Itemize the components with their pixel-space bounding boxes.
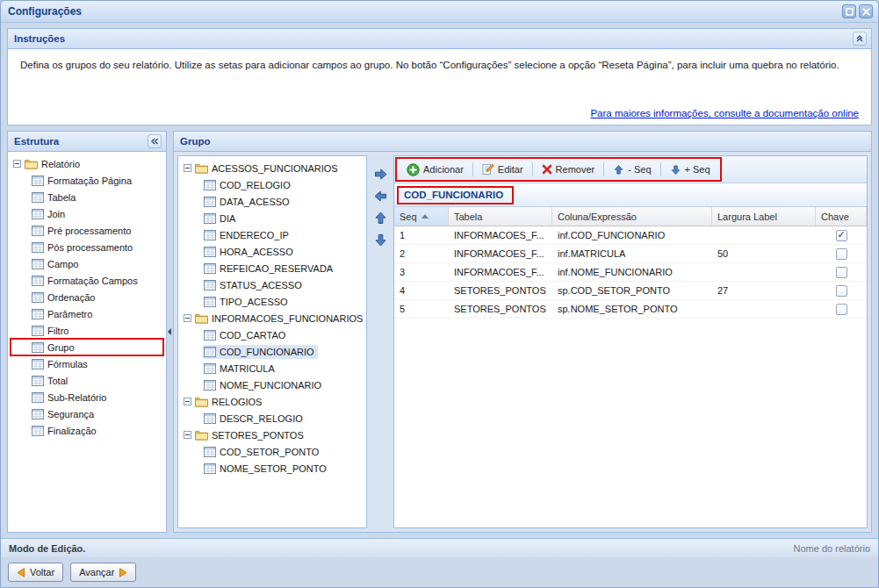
estrutura-tree-item[interactable]: Formatação Página: [11, 172, 163, 189]
field-tree-item[interactable]: DESCR_RELOGIO: [181, 410, 364, 427]
window-titlebar[interactable]: Configurações: [1, 1, 878, 23]
close-button[interactable]: [859, 4, 873, 18]
estrutura-tree-item[interactable]: Pré processamento: [11, 222, 163, 239]
tree-item-label: DESCR_RELOGIO: [220, 413, 303, 424]
adicionar-button[interactable]: Adicionar: [402, 161, 468, 178]
footer-bar: Voltar Avançar: [1, 557, 878, 587]
panel-splitter[interactable]: [167, 131, 173, 533]
column-header-4[interactable]: Chave: [816, 207, 867, 226]
estrutura-root-item[interactable]: Relatório: [11, 155, 163, 172]
table-cell: INFORMACOES_F...: [449, 267, 552, 277]
table-cell: inf.NOME_FUNCIONARIO: [552, 267, 712, 277]
table-icon: [204, 412, 216, 425]
estrutura-tree-item[interactable]: Fórmulas: [11, 355, 163, 372]
tree-item-label: MATRICULA: [220, 363, 275, 374]
avancar-button[interactable]: Avançar: [70, 563, 136, 582]
field-folder-item[interactable]: INFORMACOES_FUNCIONARIOS: [181, 310, 364, 326]
tree-item-label: COD_FUNCIONARIO: [220, 347, 314, 357]
seq-minus-button[interactable]: - Seq: [609, 162, 655, 177]
estrutura-tree-item[interactable]: Pós processamento: [11, 239, 163, 255]
chave-checkbox[interactable]: [836, 285, 847, 297]
estrutura-tree-item[interactable]: Segurança: [11, 405, 163, 422]
table-cell: 5: [394, 304, 449, 314]
field-tree-item[interactable]: REFEICAO_RESERVADA: [181, 260, 364, 276]
field-tree-item[interactable]: COD_FUNCIONARIO: [181, 343, 364, 360]
field-tree-item[interactable]: HORA_ACESSO: [181, 243, 364, 260]
field-tree-item[interactable]: COD_SETOR_PONTO: [181, 443, 364, 460]
maximize-button[interactable]: [842, 4, 856, 18]
column-header-3[interactable]: Largura Label: [712, 207, 816, 226]
table-icon: [32, 275, 44, 287]
move-left-button[interactable]: [372, 188, 389, 204]
folder-icon: [195, 429, 208, 441]
estrutura-tree-item[interactable]: Finalização: [11, 422, 163, 439]
table-icon: [32, 191, 44, 204]
move-down-button[interactable]: [372, 232, 389, 248]
editar-button[interactable]: Editar: [478, 161, 528, 177]
column-header-1[interactable]: Tabela: [449, 207, 552, 226]
arrow-down-icon: [373, 233, 388, 247]
collapse-instructions-button[interactable]: [853, 32, 867, 46]
table-row[interactable]: 4SETORES_PONTOSsp.COD_SETOR_PONTO27: [394, 282, 867, 300]
field-tree-item[interactable]: NOME_SETOR_PONTO: [181, 460, 364, 477]
field-tree-item[interactable]: ENDERECO_IP: [181, 226, 364, 243]
table-row[interactable]: 3INFORMACOES_F...inf.NOME_FUNCIONARIO: [394, 263, 867, 282]
chave-checkbox[interactable]: [836, 230, 847, 241]
tree-node: Pré processamento: [31, 224, 134, 238]
column-header-0[interactable]: Seq: [394, 207, 449, 226]
status-mode-text: Modo de Edição.: [9, 543, 85, 554]
estrutura-tree-item[interactable]: Tabela: [11, 189, 163, 205]
field-tree-item[interactable]: DATA_ACESSO: [181, 193, 364, 210]
table-row[interactable]: 2INFORMACOES_F...inf.MATRICULA50: [394, 245, 867, 263]
chave-checkbox[interactable]: [836, 248, 847, 260]
field-tree-item[interactable]: STATUS_ACESSO: [181, 276, 364, 293]
estrutura-tree-item[interactable]: Filtro: [11, 322, 163, 339]
seq-plus-button[interactable]: + Seq: [666, 162, 715, 177]
field-tree-item[interactable]: MATRICULA: [181, 360, 364, 376]
arrow-left-orange-icon: [17, 568, 25, 577]
collapse-sidebar-button[interactable]: [148, 134, 162, 148]
tree-item-label: Filtro: [47, 326, 68, 336]
detail-toolbar: Adicionar Editar Remover - Seq + Seq: [394, 156, 867, 183]
tree-item-label: Formatação Página: [47, 176, 132, 186]
voltar-button[interactable]: Voltar: [8, 563, 63, 582]
table-icon: [204, 179, 216, 191]
tree-node: Parâmetro: [31, 307, 96, 321]
field-tree-item[interactable]: DIA: [181, 210, 364, 226]
table-row[interactable]: 1INFORMACOES_F...inf.COD_FUNCIONARIO: [394, 226, 867, 245]
remover-button[interactable]: Remover: [537, 162, 600, 176]
move-right-button[interactable]: [372, 166, 389, 183]
table-icon: [204, 262, 216, 275]
grupo-panel: Grupo ACESSOS_FUNCIONARIOSCOD_RELOGIODAT…: [173, 131, 872, 533]
field-tree-item[interactable]: COD_RELOGIO: [181, 176, 364, 193]
column-header-2[interactable]: Coluna/Expressão: [552, 207, 712, 226]
estrutura-tree-item[interactable]: Formatação Campos: [11, 272, 163, 289]
field-tree-item[interactable]: NOME_FUNCIONARIO: [181, 376, 364, 393]
estrutura-tree-item[interactable]: Total: [11, 372, 163, 389]
tree-item-label: COD_SETOR_PONTO: [220, 447, 319, 457]
table-row[interactable]: 5SETORES_PONTOSsp.NOME_SETOR_PONTO: [394, 300, 867, 319]
field-tree-item[interactable]: COD_CARTAO: [181, 326, 364, 343]
field-folder-item[interactable]: RELOGIOS: [181, 393, 364, 410]
estrutura-tree-item[interactable]: Parâmetro: [11, 305, 163, 322]
documentation-link[interactable]: Para maiores informações, consulte a doc…: [20, 108, 859, 118]
tree-node: ACESSOS_FUNCIONARIOS: [194, 161, 342, 175]
tree-item-label: RELOGIOS: [212, 397, 262, 407]
estrutura-title: Estrutura: [14, 136, 59, 147]
field-tree-item[interactable]: TIPO_ACESSO: [181, 293, 364, 310]
tree-item-label: Formatação Campos: [47, 276, 138, 286]
estrutura-tree-item[interactable]: Campo: [11, 255, 163, 272]
tree-item-label: Segurança: [47, 409, 94, 419]
move-up-button[interactable]: [372, 210, 389, 226]
estrutura-tree-item[interactable]: Ordenação: [11, 289, 163, 305]
tree-node: Sub-Relatório: [31, 391, 110, 405]
tree-node: DESCR_RELOGIO: [203, 412, 306, 426]
field-folder-item[interactable]: ACESSOS_FUNCIONARIOS: [181, 160, 364, 176]
chave-checkbox[interactable]: [836, 267, 847, 278]
estrutura-tree-item[interactable]: Sub-Relatório: [11, 389, 163, 405]
estrutura-tree-item[interactable]: Join: [11, 205, 163, 222]
estrutura-tree-item[interactable]: Grupo: [11, 339, 163, 355]
tree-node: COD_SETOR_PONTO: [203, 445, 322, 459]
field-folder-item[interactable]: SETORES_PONTOS: [181, 427, 364, 443]
chave-checkbox[interactable]: [836, 304, 847, 315]
